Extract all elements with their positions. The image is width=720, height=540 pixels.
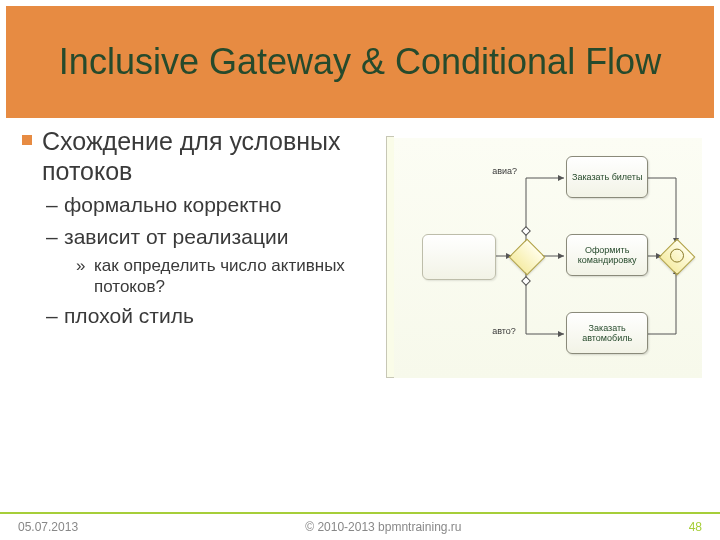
edge-label-bot: авто? xyxy=(492,326,516,336)
text-column: Схождение для условных потоков формально… xyxy=(18,126,394,386)
footer-date: 05.07.2013 xyxy=(18,520,78,534)
bullet-l1: Схождение для условных потоков формально… xyxy=(18,126,394,329)
bpmn-diagram: Заказать билеты Оформить командировку За… xyxy=(394,126,702,386)
slide-title: Inclusive Gateway & Conditional Flow xyxy=(59,41,661,82)
task-top: Заказать билеты xyxy=(566,156,648,198)
bullet-l1-text: Схождение для условных потоков xyxy=(42,127,340,185)
svg-rect-0 xyxy=(522,227,530,235)
footer-copyright: © 2010-2013 bpmntraining.ru xyxy=(78,520,689,534)
bullet-l2-3: плохой стиль xyxy=(42,303,394,329)
svg-rect-1 xyxy=(522,277,530,285)
content-area: Схождение для условных потоков формально… xyxy=(0,118,720,386)
footer: 05.07.2013 © 2010-2013 bpmntraining.ru 4… xyxy=(0,512,720,540)
task-mid: Оформить командировку xyxy=(566,234,648,276)
bullet-l2-2-text: зависит от реализации xyxy=(64,225,288,248)
task-bot: Заказать автомобиль xyxy=(566,312,648,354)
page-number: 48 xyxy=(689,520,702,534)
bullet-l2-1: формально корректно xyxy=(42,192,394,218)
edge-label-top: авиа? xyxy=(492,166,517,176)
bullet-l3-1: как определить число активных потоков? xyxy=(76,255,394,298)
bullet-l2-2: зависит от реализации как определить чис… xyxy=(42,224,394,297)
task-blank xyxy=(422,234,496,280)
title-band: Inclusive Gateway & Conditional Flow xyxy=(6,6,714,118)
